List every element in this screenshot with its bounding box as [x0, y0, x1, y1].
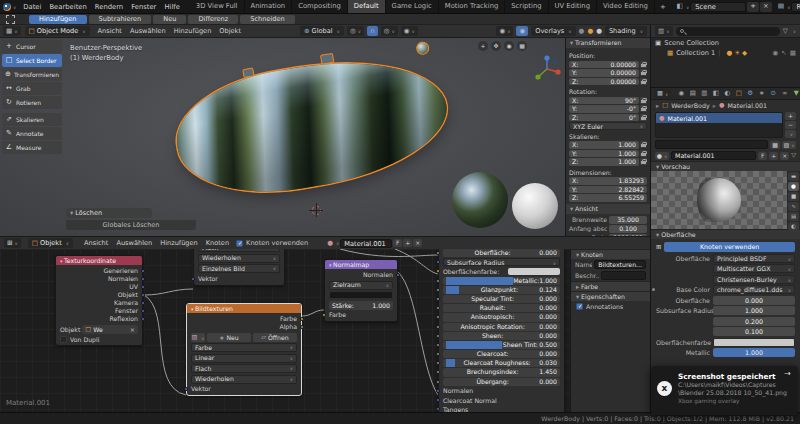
editor-type-button[interactable]	[654, 89, 671, 99]
node-header[interactable]: Texturkoordinate	[56, 256, 142, 265]
new-material-button[interactable]: +	[403, 239, 412, 247]
viewport-menu-item[interactable]: Ansicht	[94, 27, 126, 35]
workspace-tab[interactable]: Compositing	[292, 0, 348, 13]
strength-slider[interactable]: Stärke: 1.000	[329, 301, 393, 310]
use-nodes-button[interactable]: Knoten verwenden	[664, 242, 795, 252]
unlink-material-button[interactable]: ×	[413, 239, 422, 247]
input-socket[interactable]	[436, 343, 440, 347]
image-browse-button[interactable]	[191, 333, 205, 342]
use-nodes-checkbox[interactable]	[236, 240, 243, 247]
matte-sphere-object[interactable]	[512, 183, 558, 229]
bsdf-input-row[interactable]: Oberfläche:0.000 Oberfläche: Oberfläche:	[443, 249, 560, 257]
redo-panel-header[interactable]: Löschen	[66, 208, 152, 218]
bsdf-input-row[interactable]: Clearcoat:0.000 Clearcoat: Clearcoat:	[443, 350, 560, 358]
bsdf-slider[interactable]: Metallic:1.000	[443, 277, 560, 285]
bsdf-slider[interactable]: Anisotropisch:0.000	[443, 313, 560, 321]
transform-panel-header[interactable]: Transformieren	[566, 38, 650, 48]
lock-icon[interactable]	[640, 61, 647, 68]
node-dropdown[interactable]: Zielraum	[329, 281, 393, 290]
chrome-sphere-object[interactable]	[452, 172, 508, 228]
number-field[interactable]: Y: -0°	[569, 105, 639, 113]
output-socket[interactable]	[141, 317, 145, 321]
remove-slot-button[interactable]: −	[785, 121, 796, 129]
node-menu-item[interactable]: Hinzufügen	[156, 239, 202, 247]
object-field[interactable]: We ×	[82, 325, 138, 334]
view-setting-value[interactable]: 0.100	[609, 225, 647, 233]
bsdf-input-row[interactable]: Anisotropic Rotation:0.000 Anisotropic R…	[443, 323, 560, 331]
properties-panel-header[interactable]: Eigenschaften	[571, 291, 650, 301]
material-name-field[interactable]: Material.001	[340, 239, 392, 248]
menu-item[interactable]: Hilfe	[160, 3, 183, 11]
output-socket[interactable]	[300, 325, 304, 329]
property-slider[interactable]: 1.000	[713, 348, 795, 357]
pivot-dropdown[interactable]	[347, 26, 364, 36]
color-swatch[interactable]	[508, 268, 560, 276]
browse-material-button[interactable]: ●	[655, 152, 669, 160]
bsdf-input-row[interactable]: Subsurface Radius Subsurface Radius Subs…	[443, 258, 560, 266]
number-field[interactable]: Z: 1.000	[569, 158, 639, 166]
add-slot-button[interactable]: +	[785, 112, 796, 120]
lock-icon[interactable]	[640, 97, 647, 104]
node-dropdown[interactable]: Flach	[198, 249, 280, 252]
node-menu-item[interactable]: Auswählen	[112, 239, 156, 247]
tool-button[interactable]: Select Border	[2, 54, 62, 67]
fake-user-button[interactable]: F	[758, 152, 767, 160]
outliner-filter-button[interactable]	[655, 26, 673, 36]
preview-cloth-button[interactable]: ▤	[788, 212, 799, 221]
node-menu-item[interactable]: Ansicht	[80, 239, 112, 247]
viewport-menu-item[interactable]: Hinzufügen	[170, 27, 216, 35]
bsdf-slider[interactable]: Oberfläche:0.000	[443, 249, 560, 257]
tool-button[interactable]: Measure	[2, 141, 62, 154]
overlays-dropdown[interactable]: Overlays	[531, 26, 575, 36]
node-output[interactable]: Generieren	[60, 267, 138, 275]
shading-solid-icon[interactable]	[596, 28, 602, 35]
bsdf-input-row[interactable]: Übergang:0.000 Übergang: Übergang:	[443, 378, 560, 386]
workspace-tab[interactable]: Scripting	[505, 0, 548, 13]
zoom-button[interactable]: +	[478, 41, 488, 51]
shading-dropdown[interactable]: Shading	[605, 26, 647, 36]
properties-tab[interactable]	[746, 90, 755, 97]
tool-button[interactable]: Transformieren	[2, 68, 62, 81]
open-image-button[interactable]: Öffnen	[253, 333, 297, 342]
select-mode-button[interactable]: Neu	[153, 15, 186, 24]
output-socket[interactable]	[396, 273, 400, 277]
perspective-toggle-button[interactable]: ▦	[517, 41, 527, 51]
new-material-button[interactable]: +	[769, 152, 778, 160]
tool-button[interactable]: Cursor	[2, 40, 62, 53]
material-browse-field[interactable]	[655, 140, 768, 149]
chevron-down-icon[interactable]	[684, 3, 689, 11]
node-output[interactable]: Normalen	[60, 275, 138, 283]
lock-icon[interactable]	[640, 114, 647, 121]
node-dropdown[interactable]: Farbe	[191, 343, 297, 352]
bsdf-input-row[interactable]: Specular Tint:0.000 Specular Tint: Specu…	[443, 295, 560, 303]
input-socket[interactable]	[436, 260, 440, 264]
hide-toggle-icon[interactable]: ◉	[772, 49, 778, 57]
properties-tab[interactable]	[792, 90, 800, 97]
input-socket[interactable]	[436, 352, 440, 356]
bsdf-slider[interactable]: Clearcoat Roughness:0.030	[443, 359, 560, 367]
input-socket[interactable]	[436, 361, 440, 365]
input-socket[interactable]	[436, 398, 440, 402]
slot-specials-button[interactable]	[785, 130, 796, 138]
input-socket[interactable]	[436, 297, 440, 301]
node-dropdown[interactable]: Einzelnes Bild	[198, 264, 280, 273]
node-header[interactable]: Bildtexturen	[187, 304, 301, 313]
tool-button[interactable]: Grab	[2, 82, 62, 95]
workspace-tab[interactable]: Animation	[245, 0, 293, 13]
number-field[interactable]: Y: 0.00000	[569, 69, 639, 77]
number-field[interactable]: Z: 6.55259	[569, 194, 647, 202]
number-field[interactable]: Y: 2.82842	[569, 186, 647, 194]
lock-icon[interactable]	[640, 69, 647, 76]
outliner-row-collection-1[interactable]: Collection 1 | ● ☀ ◆ ◉ ↖ ▦	[651, 48, 800, 58]
move-view-button[interactable]: ✥	[491, 41, 501, 51]
shading-lookdev-icon[interactable]	[587, 28, 593, 35]
unlink-material-button[interactable]: ×	[780, 152, 789, 160]
node-dropdown[interactable]: Linear	[191, 354, 297, 363]
number-field[interactable]: X: 0.00000	[569, 61, 639, 69]
bsdf-input-row[interactable]: Rauheit:0.000 Rauheit: Rauheit:	[443, 304, 560, 312]
view-panel-header[interactable]: Ansicht	[566, 204, 650, 214]
viewport-menu-item[interactable]: Auswählen	[126, 27, 170, 35]
property-slider[interactable]: 0.000	[713, 296, 795, 305]
property-dropdown[interactable]: Multiscatter GGX	[713, 264, 795, 273]
fake-user-button[interactable]: F	[393, 239, 402, 247]
